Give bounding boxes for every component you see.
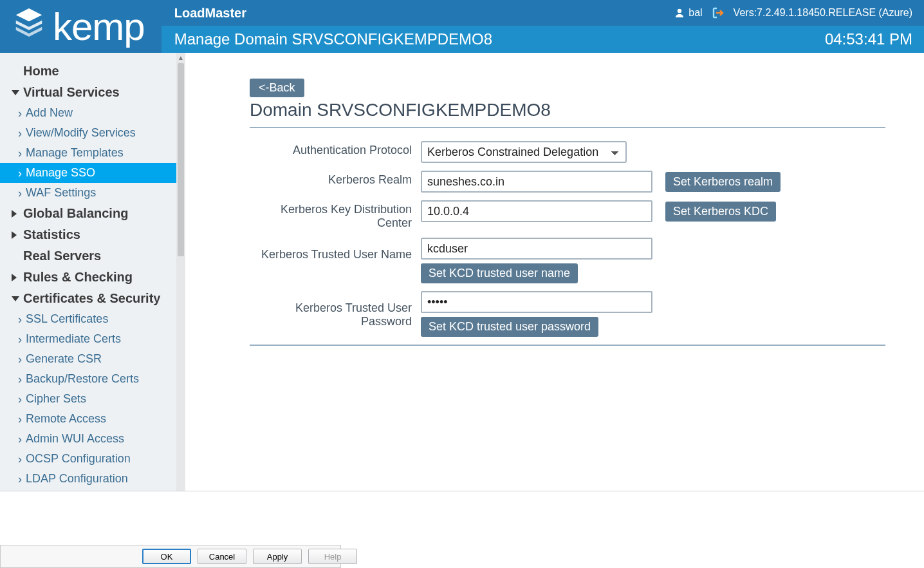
user-name: bal (688, 7, 702, 19)
kdc-input[interactable] (421, 200, 652, 222)
sidebar-item-home[interactable]: Home (0, 61, 176, 82)
page-subtitle: Manage Domain SRVSCONFIGKEMPDEMO8 (174, 30, 492, 48)
sidebar-item-virtual-services[interactable]: Virtual Services (0, 82, 176, 103)
page-title: Domain SRVSCONFIGKEMPDEMO8 (250, 100, 885, 120)
scroll-thumb[interactable] (178, 63, 184, 256)
set-kdc-button[interactable]: Set Kerberos KDC (665, 202, 776, 222)
sidebar-item-manage-sso[interactable]: Manage SSO (0, 163, 176, 183)
sidebar-item-rules-checking[interactable]: Rules & Checking (0, 267, 176, 288)
trusted-user-input[interactable] (421, 238, 652, 260)
realm-label: Kerberos Realm (250, 171, 421, 187)
sidebar-item-certificates-security[interactable]: Certificates & Security (0, 288, 176, 309)
trusted-user-label: Kerberos Trusted User Name (250, 238, 421, 261)
top-bar: kemp LoadMaster bal Vers:7 (0, 0, 924, 53)
sidebar-item-manage-templates[interactable]: Manage Templates (0, 143, 176, 163)
realm-input[interactable] (421, 171, 652, 193)
sidebar-item-cipher-sets[interactable]: Cipher Sets (0, 389, 176, 409)
kdc-label: Kerberos Key Distribution Center (250, 200, 421, 230)
trusted-pw-input[interactable] (421, 291, 652, 313)
ok-button[interactable]: OK (142, 549, 191, 564)
sidebar-item-generate-csr[interactable]: Generate CSR (0, 349, 176, 369)
set-trusted-pw-button[interactable]: Set KCD trusted user password (421, 317, 598, 337)
set-trusted-user-button[interactable]: Set KCD trusted user name (421, 263, 578, 283)
apply-button[interactable]: Apply (253, 549, 302, 564)
sidebar-item-view-modify-services[interactable]: View/Modify Services (0, 123, 176, 143)
svg-point-0 (678, 9, 681, 13)
logo-area: kemp (0, 0, 162, 53)
clock: 04:53:41 PM (825, 30, 912, 48)
version-text: Vers:7.2.49.1.18450.RELEASE (Azure) (734, 7, 912, 19)
user-icon (674, 8, 685, 18)
logo-icon (12, 5, 46, 49)
help-button[interactable]: Help (308, 549, 357, 564)
set-realm-button[interactable]: Set Kerberos realm (665, 172, 781, 192)
app-name: LoadMaster (174, 6, 246, 21)
sidebar-item-add-new[interactable]: Add New (0, 103, 176, 123)
user-area[interactable]: bal (674, 7, 702, 19)
logo-text: kemp (53, 5, 145, 49)
sidebar-item-global-balancing[interactable]: Global Balancing (0, 203, 176, 224)
content-area: <-Back Domain SRVSCONFIGKEMPDEMO8 Authen… (185, 53, 924, 491)
sidebar-scrollbar[interactable]: ▲ (176, 53, 185, 491)
sidebar-item-admin-wui-access[interactable]: Admin WUI Access (0, 429, 176, 449)
sidebar-item-real-servers[interactable]: Real Servers (0, 245, 176, 267)
trusted-pw-label: Kerberos Trusted User Password (250, 291, 421, 328)
back-button[interactable]: <-Back (250, 79, 304, 97)
sidebar-item-statistics[interactable]: Statistics (0, 224, 176, 245)
sidebar-item-waf-settings[interactable]: WAF Settings (0, 183, 176, 203)
sidebar-item-backup-restore-certs[interactable]: Backup/Restore Certs (0, 369, 176, 389)
auth-protocol-label: Authentication Protocol (250, 141, 421, 157)
sidebar-item-ldap-configuration[interactable]: LDAP Configuration (0, 469, 176, 489)
sidebar-item-remote-access[interactable]: Remote Access (0, 409, 176, 429)
auth-protocol-select[interactable]: Kerberos Constrained Delegation (421, 141, 627, 163)
scroll-up-icon[interactable]: ▲ (176, 53, 185, 62)
sidebar-item-ocsp-configuration[interactable]: OCSP Configuration (0, 449, 176, 469)
logout-icon[interactable] (712, 6, 725, 19)
sidebar-item-intermediate-certs[interactable]: Intermediate Certs (0, 329, 176, 349)
cancel-button[interactable]: Cancel (198, 549, 246, 564)
sidebar-item-ssl-certificates[interactable]: SSL Certificates (0, 309, 176, 329)
divider-bottom (250, 345, 885, 346)
divider (250, 127, 885, 128)
sidebar-nav: HomeVirtual ServicesAdd NewView/Modify S… (0, 53, 176, 491)
dialog-bar: OK Cancel Apply Help (0, 491, 924, 568)
